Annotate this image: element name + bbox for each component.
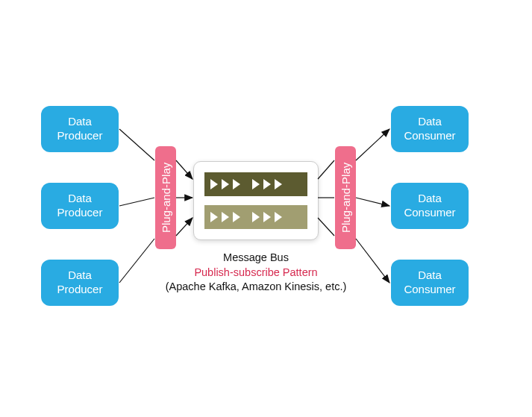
plug-and-play-left: Plug-and-Play (155, 146, 176, 249)
label: Data Consumer (404, 192, 455, 220)
data-consumer-box: Data Consumer (391, 106, 469, 152)
label: Data Producer (57, 115, 103, 143)
svg-line-10 (356, 198, 389, 206)
play-icon (233, 212, 240, 222)
play-icon (263, 212, 271, 222)
caption-line3: (Apache Kafka, Amazon Kinesis, etc.) (159, 280, 353, 295)
svg-line-2 (119, 239, 154, 283)
plug-and-play-right: Plug-and-Play (335, 146, 356, 249)
caption-line2: Publish-subscribe Pattern (159, 266, 353, 280)
data-consumer-box: Data Consumer (391, 260, 469, 306)
play-icon (252, 179, 260, 189)
play-icon (275, 212, 282, 222)
svg-line-6 (318, 160, 334, 179)
data-producer-box: Data Producer (41, 183, 119, 229)
data-producer-box: Data Producer (41, 106, 119, 152)
label: Data Producer (57, 192, 103, 220)
svg-line-5 (176, 218, 193, 236)
label: Plug-and-Play (339, 163, 352, 233)
bus-caption: Message Bus Publish-subscribe Pattern (A… (159, 251, 353, 295)
play-icon (222, 179, 229, 189)
data-producer-box: Data Producer (41, 260, 119, 306)
play-icon (263, 179, 271, 189)
caption-line1: Message Bus (159, 251, 353, 266)
data-consumer-box: Data Consumer (391, 183, 469, 229)
svg-line-0 (119, 129, 154, 160)
label: Data Producer (57, 269, 103, 297)
label: Data Consumer (404, 115, 455, 143)
svg-line-8 (318, 218, 334, 236)
svg-line-3 (176, 160, 193, 179)
play-icon (233, 179, 240, 189)
message-queue-1 (204, 172, 307, 196)
label: Plug-and-Play (160, 163, 172, 233)
label: Data Consumer (404, 269, 455, 297)
play-icon (275, 179, 282, 189)
play-icon (210, 212, 218, 222)
svg-line-1 (119, 198, 154, 206)
message-bus (193, 161, 319, 240)
play-icon (252, 212, 260, 222)
message-queue-2 (204, 205, 307, 229)
svg-line-9 (356, 129, 389, 160)
play-icon (210, 179, 218, 189)
play-icon (222, 212, 229, 222)
svg-line-11 (356, 239, 389, 283)
